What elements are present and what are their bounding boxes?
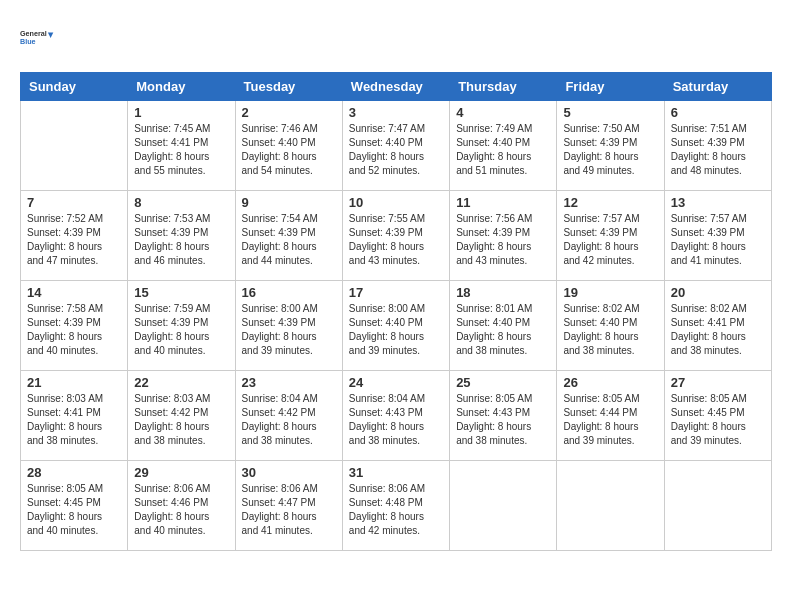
calendar-cell: 11Sunrise: 7:56 AM Sunset: 4:39 PM Dayli… [450,191,557,281]
day-info: Sunrise: 8:04 AM Sunset: 4:43 PM Dayligh… [349,392,443,448]
calendar-header-row: SundayMondayTuesdayWednesdayThursdayFrid… [21,73,772,101]
day-number: 5 [563,105,657,120]
day-number: 27 [671,375,765,390]
day-number: 31 [349,465,443,480]
week-row-5: 28Sunrise: 8:05 AM Sunset: 4:45 PM Dayli… [21,461,772,551]
day-number: 16 [242,285,336,300]
day-number: 7 [27,195,121,210]
week-row-4: 21Sunrise: 8:03 AM Sunset: 4:41 PM Dayli… [21,371,772,461]
calendar-cell: 19Sunrise: 8:02 AM Sunset: 4:40 PM Dayli… [557,281,664,371]
day-number: 19 [563,285,657,300]
calendar-cell: 31Sunrise: 8:06 AM Sunset: 4:48 PM Dayli… [342,461,449,551]
day-number: 3 [349,105,443,120]
day-info: Sunrise: 7:46 AM Sunset: 4:40 PM Dayligh… [242,122,336,178]
calendar-cell: 10Sunrise: 7:55 AM Sunset: 4:39 PM Dayli… [342,191,449,281]
day-info: Sunrise: 7:55 AM Sunset: 4:39 PM Dayligh… [349,212,443,268]
calendar-cell: 6Sunrise: 7:51 AM Sunset: 4:39 PM Daylig… [664,101,771,191]
day-number: 4 [456,105,550,120]
day-number: 22 [134,375,228,390]
calendar-cell [557,461,664,551]
day-number: 24 [349,375,443,390]
day-info: Sunrise: 7:54 AM Sunset: 4:39 PM Dayligh… [242,212,336,268]
week-row-3: 14Sunrise: 7:58 AM Sunset: 4:39 PM Dayli… [21,281,772,371]
day-info: Sunrise: 8:05 AM Sunset: 4:45 PM Dayligh… [27,482,121,538]
logo: GeneralBlue [20,20,56,56]
column-header-sunday: Sunday [21,73,128,101]
day-info: Sunrise: 8:05 AM Sunset: 4:43 PM Dayligh… [456,392,550,448]
calendar-cell: 24Sunrise: 8:04 AM Sunset: 4:43 PM Dayli… [342,371,449,461]
day-info: Sunrise: 8:03 AM Sunset: 4:41 PM Dayligh… [27,392,121,448]
day-number: 11 [456,195,550,210]
calendar-cell: 9Sunrise: 7:54 AM Sunset: 4:39 PM Daylig… [235,191,342,281]
day-info: Sunrise: 7:59 AM Sunset: 4:39 PM Dayligh… [134,302,228,358]
day-number: 23 [242,375,336,390]
column-header-monday: Monday [128,73,235,101]
calendar-cell: 5Sunrise: 7:50 AM Sunset: 4:39 PM Daylig… [557,101,664,191]
svg-text:General: General [20,29,47,38]
calendar-cell: 18Sunrise: 8:01 AM Sunset: 4:40 PM Dayli… [450,281,557,371]
day-number: 17 [349,285,443,300]
calendar-cell: 17Sunrise: 8:00 AM Sunset: 4:40 PM Dayli… [342,281,449,371]
calendar-cell: 2Sunrise: 7:46 AM Sunset: 4:40 PM Daylig… [235,101,342,191]
day-info: Sunrise: 8:02 AM Sunset: 4:40 PM Dayligh… [563,302,657,358]
day-info: Sunrise: 8:03 AM Sunset: 4:42 PM Dayligh… [134,392,228,448]
day-info: Sunrise: 7:52 AM Sunset: 4:39 PM Dayligh… [27,212,121,268]
calendar-cell: 29Sunrise: 8:06 AM Sunset: 4:46 PM Dayli… [128,461,235,551]
day-info: Sunrise: 8:02 AM Sunset: 4:41 PM Dayligh… [671,302,765,358]
day-info: Sunrise: 7:56 AM Sunset: 4:39 PM Dayligh… [456,212,550,268]
day-info: Sunrise: 7:50 AM Sunset: 4:39 PM Dayligh… [563,122,657,178]
day-number: 2 [242,105,336,120]
calendar-cell: 16Sunrise: 8:00 AM Sunset: 4:39 PM Dayli… [235,281,342,371]
column-header-saturday: Saturday [664,73,771,101]
day-info: Sunrise: 8:06 AM Sunset: 4:46 PM Dayligh… [134,482,228,538]
day-number: 14 [27,285,121,300]
calendar-cell: 23Sunrise: 8:04 AM Sunset: 4:42 PM Dayli… [235,371,342,461]
day-info: Sunrise: 7:45 AM Sunset: 4:41 PM Dayligh… [134,122,228,178]
column-header-thursday: Thursday [450,73,557,101]
day-number: 6 [671,105,765,120]
calendar-cell: 21Sunrise: 8:03 AM Sunset: 4:41 PM Dayli… [21,371,128,461]
day-info: Sunrise: 8:00 AM Sunset: 4:39 PM Dayligh… [242,302,336,358]
calendar-table: SundayMondayTuesdayWednesdayThursdayFrid… [20,72,772,551]
day-number: 15 [134,285,228,300]
day-number: 8 [134,195,228,210]
day-number: 28 [27,465,121,480]
calendar-cell: 27Sunrise: 8:05 AM Sunset: 4:45 PM Dayli… [664,371,771,461]
day-number: 20 [671,285,765,300]
day-info: Sunrise: 7:49 AM Sunset: 4:40 PM Dayligh… [456,122,550,178]
calendar-cell: 15Sunrise: 7:59 AM Sunset: 4:39 PM Dayli… [128,281,235,371]
svg-marker-2 [48,33,53,38]
logo-icon: GeneralBlue [20,20,56,56]
day-info: Sunrise: 8:00 AM Sunset: 4:40 PM Dayligh… [349,302,443,358]
calendar-cell: 22Sunrise: 8:03 AM Sunset: 4:42 PM Dayli… [128,371,235,461]
day-number: 12 [563,195,657,210]
week-row-1: 1Sunrise: 7:45 AM Sunset: 4:41 PM Daylig… [21,101,772,191]
day-info: Sunrise: 7:53 AM Sunset: 4:39 PM Dayligh… [134,212,228,268]
calendar-cell: 28Sunrise: 8:05 AM Sunset: 4:45 PM Dayli… [21,461,128,551]
calendar-cell: 8Sunrise: 7:53 AM Sunset: 4:39 PM Daylig… [128,191,235,281]
day-info: Sunrise: 7:51 AM Sunset: 4:39 PM Dayligh… [671,122,765,178]
day-number: 25 [456,375,550,390]
day-info: Sunrise: 8:06 AM Sunset: 4:47 PM Dayligh… [242,482,336,538]
day-info: Sunrise: 8:01 AM Sunset: 4:40 PM Dayligh… [456,302,550,358]
day-number: 21 [27,375,121,390]
calendar-cell: 7Sunrise: 7:52 AM Sunset: 4:39 PM Daylig… [21,191,128,281]
calendar-cell: 4Sunrise: 7:49 AM Sunset: 4:40 PM Daylig… [450,101,557,191]
day-info: Sunrise: 8:05 AM Sunset: 4:45 PM Dayligh… [671,392,765,448]
day-info: Sunrise: 8:06 AM Sunset: 4:48 PM Dayligh… [349,482,443,538]
column-header-tuesday: Tuesday [235,73,342,101]
calendar-cell: 25Sunrise: 8:05 AM Sunset: 4:43 PM Dayli… [450,371,557,461]
day-number: 10 [349,195,443,210]
calendar-cell: 30Sunrise: 8:06 AM Sunset: 4:47 PM Dayli… [235,461,342,551]
svg-text:Blue: Blue [20,37,36,46]
page-header: GeneralBlue [20,20,772,56]
calendar-cell [21,101,128,191]
calendar-cell: 13Sunrise: 7:57 AM Sunset: 4:39 PM Dayli… [664,191,771,281]
day-info: Sunrise: 8:04 AM Sunset: 4:42 PM Dayligh… [242,392,336,448]
column-header-wednesday: Wednesday [342,73,449,101]
day-info: Sunrise: 7:58 AM Sunset: 4:39 PM Dayligh… [27,302,121,358]
day-info: Sunrise: 7:57 AM Sunset: 4:39 PM Dayligh… [563,212,657,268]
calendar-cell [450,461,557,551]
column-header-friday: Friday [557,73,664,101]
calendar-cell: 1Sunrise: 7:45 AM Sunset: 4:41 PM Daylig… [128,101,235,191]
